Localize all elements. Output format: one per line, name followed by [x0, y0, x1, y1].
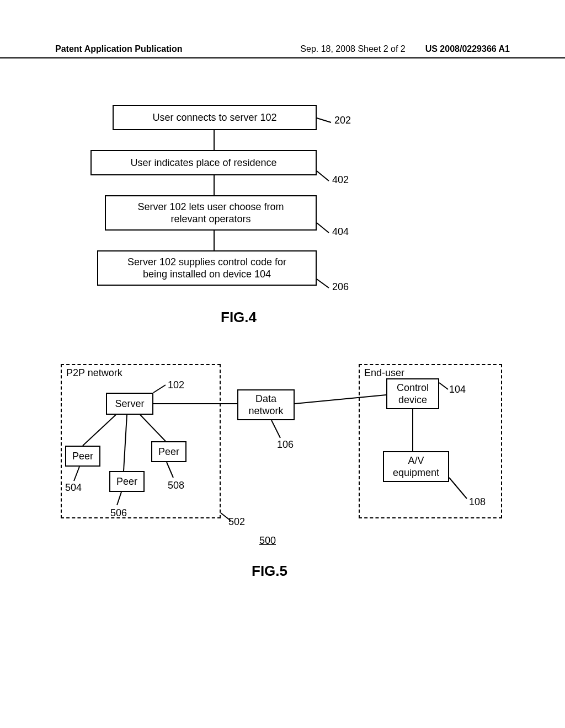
page: Patent Application Publication Sep. 18, …: [0, 0, 565, 728]
peer-b-label: Peer: [116, 475, 137, 488]
svg-line-5: [317, 223, 329, 233]
flow-step-4-ref: 206: [332, 281, 349, 293]
p2p-network-label: P2P network: [66, 367, 122, 379]
flow-step-3-ref: 404: [332, 226, 349, 238]
control-device-label: Control device: [397, 382, 429, 406]
flow-step-2: User indicates place of residence: [90, 150, 317, 175]
svg-line-3: [317, 118, 331, 122]
svg-line-4: [317, 171, 329, 181]
flow-step-4-text: Server 102 supplies control code for bei…: [127, 256, 286, 281]
data-network-label: Data network: [248, 393, 283, 417]
p2p-network-box: [61, 364, 221, 518]
data-network-box: Data network: [237, 389, 295, 420]
peer-c-ref: 508: [168, 480, 184, 491]
data-network-ref: 106: [277, 439, 294, 451]
peer-a-ref: 504: [65, 482, 82, 494]
peer-c-label: Peer: [158, 446, 179, 458]
flow-step-4: Server 102 supplies control code for bei…: [97, 250, 317, 286]
flow-step-1: User connects to server 102: [113, 105, 317, 130]
svg-line-11: [271, 420, 280, 438]
peer-b-ref: 506: [110, 507, 127, 519]
flow-step-3: Server 102 lets user choose from relevan…: [105, 195, 317, 231]
av-equipment-label: A/V equipment: [393, 454, 439, 479]
flow-step-2-text: User indicates place of residence: [130, 157, 276, 169]
av-equipment-box: A/V equipment: [383, 451, 449, 482]
system-ref: 500: [259, 535, 276, 547]
peer-a-box: Peer: [65, 446, 100, 467]
flow-step-1-text: User connects to server 102: [152, 111, 276, 124]
peer-b-box: Peer: [109, 471, 145, 492]
svg-line-6: [317, 279, 329, 288]
server-ref: 102: [168, 379, 184, 391]
p2p-ref: 502: [228, 516, 245, 528]
control-device-box: Control device: [386, 378, 439, 409]
flow-step-1-ref: 202: [334, 115, 351, 126]
server-box: Server: [106, 393, 153, 415]
peer-c-box: Peer: [151, 441, 186, 462]
fig5-title: FIG.5: [252, 563, 287, 580]
flow-step-2-ref: 402: [332, 174, 349, 186]
diagram-canvas: User connects to server 102 202 User ind…: [0, 0, 565, 728]
server-label: Server: [115, 398, 144, 410]
fig4-title: FIG.4: [221, 309, 257, 326]
av-equipment-ref: 108: [469, 496, 486, 508]
flow-step-3-text: Server 102 lets user choose from relevan…: [137, 201, 284, 226]
peer-a-label: Peer: [72, 450, 93, 463]
enduser-label: End-user: [364, 367, 404, 379]
control-device-ref: 104: [449, 384, 466, 395]
